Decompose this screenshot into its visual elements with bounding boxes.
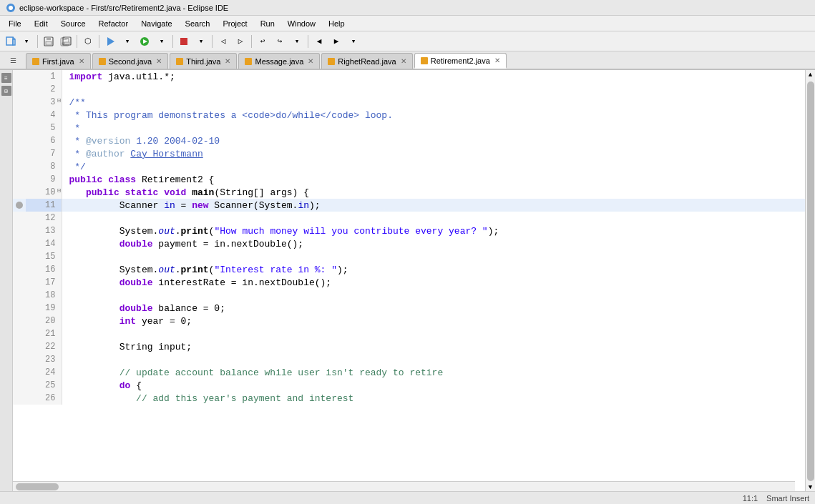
marker-cell xyxy=(13,353,26,366)
scrollbar-thumb-h[interactable] xyxy=(16,483,59,490)
tab-message-java-close[interactable]: ✕ xyxy=(308,57,313,65)
marker-cell xyxy=(13,199,26,212)
code-line[interactable]: // update account balance while user isn… xyxy=(62,366,805,379)
stop-dropdown-button[interactable]: ▾ xyxy=(193,34,209,49)
code-line[interactable]: /** xyxy=(62,96,805,109)
marker-cell xyxy=(13,250,26,263)
new-dropdown-button[interactable]: ▾ xyxy=(19,34,34,49)
debug-button[interactable] xyxy=(102,34,118,49)
marker-cell xyxy=(13,186,26,199)
code-line[interactable]: public static void main(String[] args) { xyxy=(62,186,805,199)
java-file-icon xyxy=(32,58,39,65)
save-all-button[interactable] xyxy=(58,34,74,49)
menu-window[interactable]: Window xyxy=(282,18,321,29)
marker-cell xyxy=(13,392,26,405)
sidebar-icon-1[interactable]: ≡ xyxy=(1,73,11,83)
scrollbar-down-button[interactable]: ▼ xyxy=(809,484,812,491)
menu-navigate[interactable]: Navigate xyxy=(135,18,177,29)
run-dropdown-button[interactable]: ▾ xyxy=(154,34,170,49)
redo-button[interactable]: ↪ xyxy=(272,34,288,49)
menu-source[interactable]: Source xyxy=(55,18,92,29)
back-button[interactable]: ◀ xyxy=(311,34,327,49)
code-editor[interactable]: 1 import java.util.*; 2 3⊟ /** xyxy=(13,70,805,491)
tab-second-java[interactable]: Second.java ✕ xyxy=(92,53,169,69)
menu-project[interactable]: Project xyxy=(217,18,253,29)
save-button[interactable] xyxy=(41,34,57,49)
code-line[interactable]: * @author Cay Horstmann xyxy=(62,147,805,160)
marker-cell xyxy=(13,276,26,289)
redo-dropdown-button[interactable]: ▾ xyxy=(289,34,305,49)
left-sidebar: ≡ ⊞ xyxy=(0,70,13,491)
code-line[interactable]: double interestRate = in.nextDouble(); xyxy=(62,276,805,289)
code-line[interactable]: System.out.print("Interest rate in %: ")… xyxy=(62,263,805,276)
code-line[interactable] xyxy=(62,83,805,96)
sep-3 xyxy=(99,35,99,48)
debug-dropdown-button[interactable]: ▾ xyxy=(119,34,135,49)
code-line[interactable]: Scanner in = new Scanner(System.in); xyxy=(62,199,805,212)
status-bar: 11:1 Smart Insert xyxy=(0,491,815,504)
tab-retirement2-java-close[interactable]: ✕ xyxy=(494,56,500,64)
line-number: 21 xyxy=(26,327,62,340)
prev-annotation-button[interactable]: ◁ xyxy=(215,34,231,49)
code-line[interactable]: import java.util.*; xyxy=(62,70,805,83)
tab-third-java[interactable]: Third.java ✕ xyxy=(170,53,237,69)
code-line[interactable]: * @version 1.20 2004-02-10 xyxy=(62,134,805,147)
code-line[interactable] xyxy=(62,353,805,366)
vertical-scrollbar[interactable]: ▲ ▼ xyxy=(805,70,815,491)
code-line[interactable]: public class Retirement2 { xyxy=(62,173,805,186)
forward-dropdown-button[interactable]: ▾ xyxy=(346,34,361,49)
code-line[interactable]: double payment = in.nextDouble(); xyxy=(62,237,805,250)
new-button[interactable] xyxy=(3,34,19,49)
tab-first-java-close[interactable]: ✕ xyxy=(79,57,84,65)
code-line[interactable]: System.out.print("How much money will yo… xyxy=(62,224,805,237)
table-row: 2 xyxy=(13,83,805,96)
code-line[interactable]: */ xyxy=(62,160,805,173)
svg-rect-4 xyxy=(13,39,15,45)
code-line[interactable]: double balance = 0; xyxy=(62,302,805,315)
tab-second-java-label: Second.java xyxy=(109,57,152,66)
menu-refactor[interactable]: Refactor xyxy=(93,18,135,29)
tab-second-java-close[interactable]: ✕ xyxy=(156,57,162,65)
marker-cell xyxy=(13,379,26,392)
menu-edit[interactable]: Edit xyxy=(29,18,54,29)
menu-file[interactable]: File xyxy=(3,18,27,29)
code-line[interactable]: int year = 0; xyxy=(62,315,805,327)
run-button[interactable] xyxy=(137,34,152,49)
scrollbar-thumb-v[interactable] xyxy=(807,81,814,481)
menu-search[interactable]: Search xyxy=(180,18,216,29)
code-line[interactable] xyxy=(62,212,805,224)
tab-retirement2-java[interactable]: Retirement2.java ✕ xyxy=(414,53,507,69)
stop-button[interactable] xyxy=(176,34,192,49)
tab-third-java-close[interactable]: ✕ xyxy=(225,57,230,65)
view-menu-button[interactable]: ☰ xyxy=(10,56,16,65)
tab-first-java[interactable]: First.java ✕ xyxy=(26,53,91,69)
code-line[interactable]: do { xyxy=(62,379,805,392)
scrollbar-up-button[interactable]: ▲ xyxy=(809,71,812,79)
next-annotation-button[interactable]: ▷ xyxy=(233,34,248,49)
horizontal-scrollbar[interactable] xyxy=(13,481,795,491)
line-number: 20 xyxy=(26,315,62,327)
line-number: 18 xyxy=(26,289,62,302)
tab-righetread-java[interactable]: RighetRead.java ✕ xyxy=(321,53,412,69)
code-line[interactable] xyxy=(62,250,805,263)
table-row: 7 * @author Cay Horstmann xyxy=(13,147,805,160)
table-row: 12 xyxy=(13,212,805,224)
sidebar-icon-2[interactable]: ⊞ xyxy=(1,86,11,96)
line-number: 8 xyxy=(26,160,62,173)
tab-message-java[interactable]: Message.java ✕ xyxy=(238,53,320,69)
code-line[interactable]: String input; xyxy=(62,340,805,353)
menu-help[interactable]: Help xyxy=(323,18,351,29)
undo-button[interactable]: ↩ xyxy=(255,34,270,49)
code-line[interactable] xyxy=(62,327,805,340)
forward-button[interactable]: ▶ xyxy=(328,34,344,49)
code-line[interactable]: * xyxy=(62,122,805,134)
line-number: 16 xyxy=(26,263,62,276)
code-line[interactable] xyxy=(62,289,805,302)
code-line[interactable]: * This program demonstrates a <code>do/w… xyxy=(62,109,805,122)
tab-righetread-java-close[interactable]: ✕ xyxy=(401,57,406,65)
code-line[interactable]: // add this year's payment and interest xyxy=(62,392,805,405)
marker-cell xyxy=(13,173,26,186)
table-row: 18 xyxy=(13,289,805,302)
menu-run[interactable]: Run xyxy=(255,18,280,29)
publish-button[interactable]: ⬡ xyxy=(80,34,96,49)
